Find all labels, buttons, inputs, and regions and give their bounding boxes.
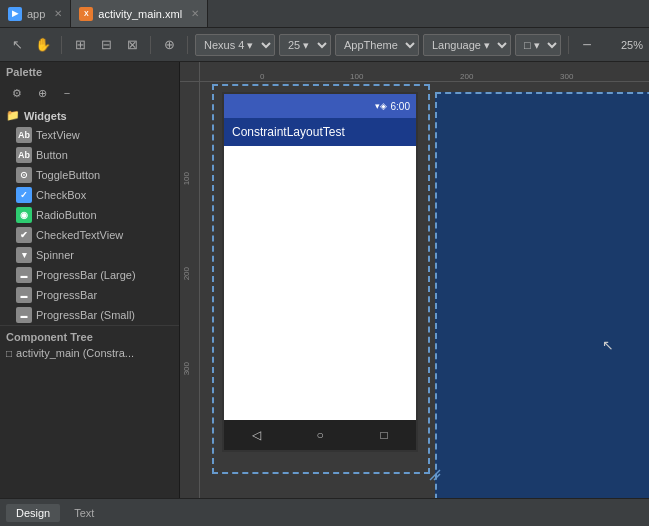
togglebutton-icon: ⊙ <box>16 167 32 183</box>
phone-title-bar: ConstraintLayoutTest <box>224 118 416 146</box>
button-label: Button <box>36 149 68 161</box>
checkbox-label: CheckBox <box>36 189 86 201</box>
hand-btn[interactable]: ✋ <box>32 34 54 56</box>
sep4 <box>568 36 569 54</box>
expand-btn[interactable]: ⊞ <box>69 34 91 56</box>
widget-checkbox[interactable]: ✓ CheckBox <box>0 185 179 205</box>
tab-xml-label: activity_main.xml <box>98 8 182 20</box>
textview-icon: Ab <box>16 127 32 143</box>
tab-xml-close[interactable]: ✕ <box>191 8 199 19</box>
checkbox-icon: ✓ <box>16 187 32 203</box>
widget-textview[interactable]: Ab TextView <box>0 125 179 145</box>
tab-bar: ▶ app ✕ X activity_main.xml ✕ <box>0 0 649 28</box>
radiobutton-icon: ◉ <box>16 207 32 223</box>
ruler-corner <box>180 62 200 82</box>
phone-mockup: ▾◈ 6:00 ConstraintLayoutTest ◁ ○ □ <box>222 92 418 452</box>
button-icon: Ab <box>16 147 32 163</box>
ruler-top: 0 100 200 300 <box>200 62 649 82</box>
widgets-label: Widgets <box>24 110 67 122</box>
progressbar-small-icon: ▬ <box>16 307 32 323</box>
canvas-area[interactable]: 0 100 200 300 100 200 300 ▾◈ 6:00 Constr… <box>180 62 649 498</box>
spinner-icon: ▾ <box>16 247 32 263</box>
folder-icon: 📁 <box>6 109 20 122</box>
progressbar-large-label: ProgressBar (Large) <box>36 269 136 281</box>
widget-togglebutton[interactable]: ⊙ ToggleButton <box>0 165 179 185</box>
component-tree-title: Component Tree <box>0 325 179 345</box>
api-select[interactable]: 25 ▾ <box>279 34 331 56</box>
status-time: 6:00 <box>391 101 410 112</box>
size-select[interactable]: □ ▾ <box>515 34 561 56</box>
phone-nav-bar: ◁ ○ □ <box>224 420 416 450</box>
component-tree-root[interactable]: □ activity_main (Constra... <box>0 345 179 361</box>
ruler-mark-0: 0 <box>260 72 264 81</box>
textview-label: TextView <box>36 129 80 141</box>
zoom-level: 25% <box>621 39 643 51</box>
ruler-mark-300: 300 <box>560 72 573 81</box>
widget-progressbar-small[interactable]: ▬ ProgressBar (Small) <box>0 305 179 325</box>
magnet-btn[interactable]: ⊕ <box>158 34 180 56</box>
progressbar-large-icon: ▬ <box>16 267 32 283</box>
ruler-left: 100 200 300 <box>180 82 200 498</box>
widget-progressbar-large[interactable]: ▬ ProgressBar (Large) <box>0 265 179 285</box>
progressbar-small-label: ProgressBar (Small) <box>36 309 135 321</box>
widgets-group[interactable]: 📁 Widgets <box>0 106 179 125</box>
device-select[interactable]: Nexus 4 ▾ <box>195 34 275 56</box>
tab-xml[interactable]: X activity_main.xml ✕ <box>71 0 208 27</box>
sidebar: Palette ⚙ ⊕ − 📁 Widgets Ab TextView Ab B… <box>0 62 180 498</box>
component-tree-icon: □ <box>6 348 12 359</box>
palette-icon-3[interactable]: − <box>56 82 78 104</box>
progressbar-icon: ▬ <box>16 287 32 303</box>
phone-status-bar: ▾◈ 6:00 <box>224 94 416 118</box>
sep2 <box>150 36 151 54</box>
checkedtextview-icon: ✔ <box>16 227 32 243</box>
progressbar-label: ProgressBar <box>36 289 97 301</box>
toolbar: ↖ ✋ ⊞ ⊟ ⊠ ⊕ Nexus 4 ▾ 25 ▾ AppTheme Lang… <box>0 28 649 62</box>
ruler-mark-200: 200 <box>460 72 473 81</box>
right-design-panel <box>435 92 649 498</box>
main-layout: Palette ⚙ ⊕ − 📁 Widgets Ab TextView Ab B… <box>0 62 649 498</box>
xml-icon: X <box>79 7 93 21</box>
widget-button[interactable]: Ab Button <box>0 145 179 165</box>
language-select[interactable]: Language ▾ <box>423 34 511 56</box>
ruler-mark-v300: 300 <box>182 362 191 375</box>
radiobutton-label: RadioButton <box>36 209 97 221</box>
tab-app[interactable]: ▶ app ✕ <box>0 0 71 27</box>
checkedtextview-label: CheckedTextView <box>36 229 123 241</box>
widget-checkedtextview[interactable]: ✔ CheckedTextView <box>0 225 179 245</box>
ruler-mark-v100: 100 <box>182 172 191 185</box>
grid3-btn[interactable]: ⊠ <box>121 34 143 56</box>
ruler-mark-100: 100 <box>350 72 363 81</box>
sep1 <box>61 36 62 54</box>
nav-home-btn: ○ <box>310 427 330 443</box>
palette-icon-2[interactable]: ⊕ <box>31 82 53 104</box>
palette-icon-1[interactable]: ⚙ <box>6 82 28 104</box>
tab-app-close[interactable]: ✕ <box>54 8 62 19</box>
zoom-out-btn[interactable]: − <box>576 34 598 56</box>
togglebutton-label: ToggleButton <box>36 169 100 181</box>
cursor-btn[interactable]: ↖ <box>6 34 28 56</box>
app-title: ConstraintLayoutTest <box>232 125 345 139</box>
nav-back-btn: ◁ <box>246 427 266 443</box>
app-icon: ▶ <box>8 7 22 21</box>
widget-spinner[interactable]: ▾ Spinner <box>0 245 179 265</box>
ruler-mark-v200: 200 <box>182 267 191 280</box>
signal-icon: ▾◈ <box>375 101 387 111</box>
sep3 <box>187 36 188 54</box>
grid-btn[interactable]: ⊟ <box>95 34 117 56</box>
palette-title: Palette <box>0 62 179 80</box>
bottom-tab-bar: Design Text <box>0 498 649 526</box>
theme-select[interactable]: AppTheme <box>335 34 419 56</box>
tab-text[interactable]: Text <box>64 504 104 522</box>
spinner-label: Spinner <box>36 249 74 261</box>
component-tree-node-label: activity_main (Constra... <box>16 347 134 359</box>
widget-radiobutton[interactable]: ◉ RadioButton <box>0 205 179 225</box>
tab-app-label: app <box>27 8 45 20</box>
nav-recent-btn: □ <box>374 427 394 443</box>
tab-design[interactable]: Design <box>6 504 60 522</box>
phone-content <box>224 146 416 418</box>
widget-progressbar[interactable]: ▬ ProgressBar <box>0 285 179 305</box>
